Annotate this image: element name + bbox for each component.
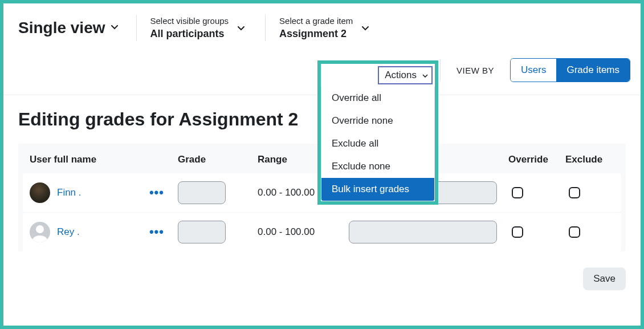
col-grade: Grade: [178, 154, 258, 165]
chevron-down-icon: [238, 23, 244, 33]
chevron-down-icon: [422, 70, 428, 81]
row-actions-icon[interactable]: •••: [149, 185, 164, 200]
col-override: Override: [508, 154, 565, 165]
svg-point-0: [36, 225, 44, 233]
grade-item-selector-label: Select a grade item: [279, 16, 353, 26]
actions-select[interactable]: Actions: [378, 66, 433, 84]
grade-item-selector-value: Assignment 2: [279, 28, 353, 40]
actions-menu-item-bulk-insert[interactable]: Bulk insert grades: [321, 178, 434, 201]
divider: [440, 59, 441, 81]
user-link[interactable]: Finn .: [57, 187, 81, 198]
actions-dropdown-highlight: Actions Override all Override none Exclu…: [317, 60, 438, 205]
user-link[interactable]: Rey .: [57, 226, 80, 238]
override-checkbox[interactable]: [512, 187, 523, 198]
feedback-input[interactable]: [349, 221, 497, 243]
avatar: [30, 182, 50, 203]
chevron-down-icon: [111, 25, 117, 31]
actions-menu-item-exclude-all[interactable]: Exclude all: [321, 132, 434, 155]
view-mode-selector[interactable]: Single view: [18, 19, 123, 37]
save-button[interactable]: Save: [583, 267, 626, 290]
group-selector-value: All participants: [150, 28, 229, 40]
view-mode-label: Single view: [18, 19, 105, 37]
actions-menu: Override all Override none Exclude all E…: [321, 87, 435, 201]
row-actions-icon[interactable]: •••: [149, 225, 164, 239]
grade-input[interactable]: [178, 181, 226, 204]
viewby-users-button[interactable]: Users: [511, 59, 556, 82]
group-selector[interactable]: Select visible groups All participants: [136, 15, 252, 41]
range-value: 0.00 - 100.00: [258, 226, 349, 238]
actions-select-label: Actions: [385, 70, 417, 80]
actions-menu-item-override-none[interactable]: Override none: [321, 109, 434, 132]
grade-item-selector[interactable]: Select a grade item Assignment 2: [265, 15, 376, 41]
exclude-checkbox[interactable]: [569, 226, 580, 238]
chevron-down-icon: [362, 23, 369, 33]
viewby-segmented: Users Grade items: [510, 58, 630, 82]
viewby-grade-items-button[interactable]: Grade items: [556, 59, 630, 82]
actions-menu-item-exclude-none[interactable]: Exclude none: [321, 155, 434, 178]
actions-menu-item-override-all[interactable]: Override all: [321, 87, 434, 109]
col-exclude: Exclude: [565, 154, 617, 165]
exclude-checkbox[interactable]: [569, 187, 580, 198]
col-user: User full name: [30, 154, 178, 165]
viewby-label: VIEW BY: [456, 66, 494, 75]
grade-input[interactable]: [178, 221, 226, 243]
group-selector-label: Select visible groups: [150, 16, 229, 26]
override-checkbox[interactable]: [512, 226, 523, 238]
avatar: [30, 222, 50, 242]
table-row: Rey . ••• 0.00 - 100.00: [23, 213, 621, 251]
